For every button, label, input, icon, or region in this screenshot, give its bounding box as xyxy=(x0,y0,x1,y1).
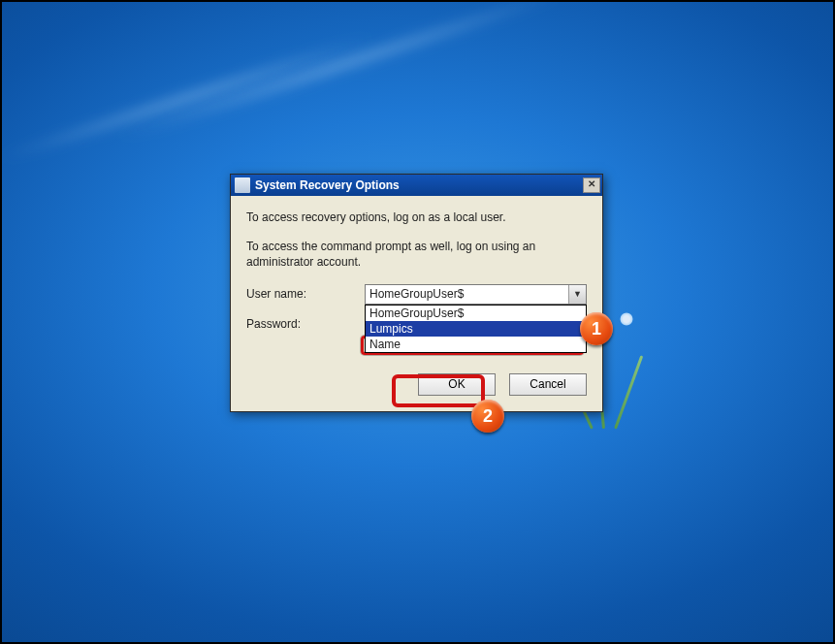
system-recovery-dialog: System Recovery Options ✕ To access reco… xyxy=(230,174,603,412)
close-button[interactable]: ✕ xyxy=(583,177,600,193)
dropdown-option-selected[interactable]: Lumpics xyxy=(366,321,586,337)
chevron-down-icon[interactable]: ▼ xyxy=(568,285,586,304)
light-streak xyxy=(108,0,575,149)
cancel-button[interactable]: Cancel xyxy=(509,373,587,396)
username-dropdown[interactable]: HomeGroupUser$ Lumpics Name xyxy=(365,305,587,353)
instruction-text-1: To access recovery options, log on as a … xyxy=(246,209,587,225)
light-streak xyxy=(0,27,383,170)
window-icon xyxy=(235,177,250,193)
dropdown-option[interactable]: Name xyxy=(366,337,586,352)
titlebar[interactable]: System Recovery Options ✕ xyxy=(231,175,602,196)
username-label: User name: xyxy=(246,284,365,301)
username-value: HomeGroupUser$ xyxy=(366,285,568,304)
ok-button[interactable]: OK xyxy=(418,373,496,396)
annotation-callout-1: 1 xyxy=(580,312,613,345)
password-label: Password: xyxy=(246,314,365,331)
annotation-callout-2: 2 xyxy=(471,400,504,433)
dropdown-option[interactable]: HomeGroupUser$ xyxy=(366,306,586,321)
instruction-text-2: To access the command prompt as well, lo… xyxy=(246,239,587,270)
dialog-body: To access recovery options, log on as a … xyxy=(231,196,602,411)
username-combobox[interactable]: HomeGroupUser$ ▼ xyxy=(365,284,587,305)
window-title: System Recovery Options xyxy=(255,178,583,192)
